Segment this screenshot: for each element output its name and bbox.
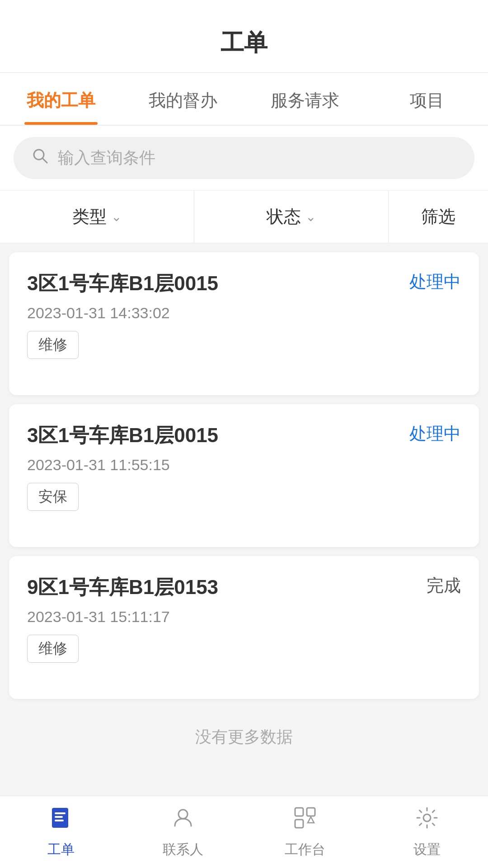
filter-status[interactable]: 状态 ⌄ bbox=[194, 191, 389, 243]
chevron-down-icon: ⌄ bbox=[111, 209, 122, 224]
svg-rect-5 bbox=[55, 820, 64, 821]
nav-workorder-label: 工单 bbox=[47, 840, 75, 859]
nav-workorder[interactable]: 工单 bbox=[0, 796, 122, 868]
filter-type[interactable]: 类型 ⌄ bbox=[0, 191, 194, 243]
search-icon bbox=[32, 147, 49, 169]
card-title-3: 9区1号车库B1层0153 bbox=[27, 574, 218, 601]
card-header-2: 3区1号车库B1层0015 处理中 bbox=[27, 422, 461, 449]
tab-service-request[interactable]: 服务请求 bbox=[244, 73, 366, 125]
nav-settings[interactable]: 设置 bbox=[366, 796, 488, 868]
card-header-3: 9区1号车库B1层0153 完成 bbox=[27, 574, 461, 601]
svg-rect-8 bbox=[307, 808, 315, 816]
no-more-data: 没有更多数据 bbox=[0, 708, 488, 762]
filter-type-label: 类型 bbox=[72, 205, 107, 228]
svg-point-6 bbox=[178, 810, 188, 819]
card-title-2: 3区1号车库B1层0015 bbox=[27, 422, 218, 449]
card-tag-1: 维修 bbox=[27, 331, 79, 359]
svg-rect-3 bbox=[55, 812, 66, 814]
workorder-icon bbox=[48, 805, 74, 836]
settings-icon bbox=[414, 805, 440, 836]
card-tag-3: 维修 bbox=[27, 635, 79, 663]
bottom-nav: 工单 联系人 工作台 设置 bbox=[0, 796, 488, 868]
card-status-1: 处理中 bbox=[409, 270, 461, 293]
nav-workbench-label: 工作台 bbox=[285, 840, 325, 859]
cards-container: 3区1号车库B1层0015 处理中 2023-01-31 14:33:02 维修… bbox=[0, 243, 488, 699]
page-title: 工单 bbox=[221, 29, 267, 56]
card-status-2: 处理中 bbox=[409, 422, 461, 445]
filter-screen-button[interactable]: 筛选 bbox=[389, 191, 488, 243]
search-container: 输入查询条件 bbox=[0, 126, 488, 190]
work-order-card-3[interactable]: 9区1号车库B1层0153 完成 2023-01-31 15:11:17 维修 bbox=[9, 556, 479, 699]
card-title-1: 3区1号车库B1层0015 bbox=[27, 270, 218, 297]
chevron-down-icon-2: ⌄ bbox=[305, 209, 316, 224]
filter-bar: 类型 ⌄ 状态 ⌄ 筛选 bbox=[0, 191, 488, 243]
page-header: 工单 bbox=[0, 0, 488, 73]
contacts-icon bbox=[170, 805, 196, 836]
workbench-icon bbox=[292, 805, 318, 836]
svg-line-1 bbox=[42, 158, 47, 163]
nav-contacts[interactable]: 联系人 bbox=[122, 796, 244, 868]
svg-point-11 bbox=[423, 814, 431, 821]
card-tag-2: 安保 bbox=[27, 483, 79, 511]
tab-bar: 我的工单 我的督办 服务请求 项目 bbox=[0, 73, 488, 125]
svg-rect-9 bbox=[295, 820, 303, 828]
svg-rect-7 bbox=[295, 808, 303, 816]
nav-contacts-label: 联系人 bbox=[163, 840, 203, 859]
search-bar[interactable]: 输入查询条件 bbox=[14, 137, 474, 179]
card-header-1: 3区1号车库B1层0015 处理中 bbox=[27, 270, 461, 297]
tab-my-orders[interactable]: 我的工单 bbox=[0, 73, 122, 125]
filter-status-label: 状态 bbox=[267, 205, 301, 228]
tab-my-supervision[interactable]: 我的督办 bbox=[122, 73, 244, 125]
work-order-card-2[interactable]: 3区1号车库B1层0015 处理中 2023-01-31 11:55:15 安保 bbox=[9, 404, 479, 547]
svg-rect-4 bbox=[55, 816, 63, 818]
nav-workbench[interactable]: 工作台 bbox=[244, 796, 366, 868]
card-time-3: 2023-01-31 15:11:17 bbox=[27, 608, 461, 626]
card-time-1: 2023-01-31 14:33:02 bbox=[27, 304, 461, 322]
nav-settings-label: 设置 bbox=[413, 840, 441, 859]
card-status-3: 完成 bbox=[427, 574, 461, 597]
tab-project[interactable]: 项目 bbox=[366, 73, 488, 125]
search-placeholder: 输入查询条件 bbox=[58, 147, 155, 169]
work-order-card-1[interactable]: 3区1号车库B1层0015 处理中 2023-01-31 14:33:02 维修 bbox=[9, 252, 479, 395]
card-time-2: 2023-01-31 11:55:15 bbox=[27, 456, 461, 474]
svg-marker-10 bbox=[308, 817, 314, 823]
